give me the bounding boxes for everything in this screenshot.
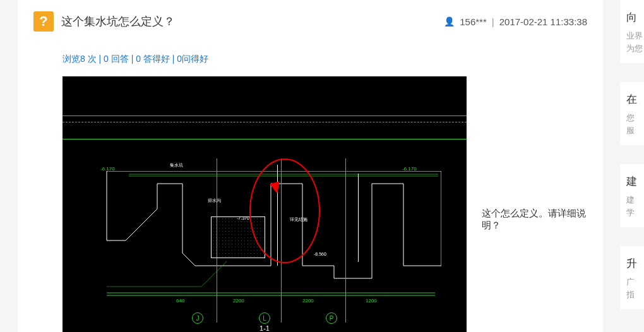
elev-label: -6.170 [402,166,417,172]
question-content: -6.170 -6.170 集水坑 排水沟 详见结施 -7.370 -8.560… [33,76,587,332]
section-label: 1-1 [257,324,272,332]
question-header: ? 这个集水坑怎么定义？ 👤 156*** | 2017-02-21 11:33… [33,11,587,32]
sidebar-card-title: 在 [626,92,638,107]
cad-drawing[interactable]: -6.170 -6.170 集水坑 排水沟 详见结施 -7.370 -8.560… [63,76,467,332]
sidebar-card-title: 建 [626,174,638,189]
grid-label-l: L [259,312,270,324]
elev-label: -6.170 [100,166,115,172]
sidebar-card-desc: 学 [626,206,638,219]
cad-text: 详见结施 [290,216,307,223]
grid-labels: J L P [63,312,467,324]
cad-text: -7.370 [237,216,249,220]
sidebar: 向 业界 为您 在 您 服 建 建 学 升 广 指 [620,0,644,328]
sidebar-card[interactable]: 建 建 学 [620,164,644,227]
grid-line [345,158,346,323]
cad-text: -8.560 [314,252,326,256]
sidebar-card-desc: 为您 [626,42,638,55]
question-mark-icon: ? [33,11,54,32]
dim-label: 1200 [366,298,377,304]
cad-slab-line [63,116,467,139]
dim-label: 640 [176,298,184,304]
question-card: ? 这个集水坑怎么定义？ 👤 156*** | 2017-02-21 11:33… [18,0,603,332]
question-stats[interactable]: 浏览8 次 | 0 回答 | 0 答得好 | 0问得好 [33,54,587,65]
svg-line-3 [201,261,227,287]
sidebar-card-desc: 广 [626,276,638,288]
sidebar-card-title: 向 [626,10,638,25]
question-title: 这个集水坑怎么定义？ [61,14,175,29]
user-icon: 👤 [444,16,455,27]
sidebar-card[interactable]: 升 广 指 [620,246,644,309]
header-left: ? 这个集水坑怎么定义？ [33,11,175,32]
white-line [358,174,359,262]
grid-label-p: P [326,312,337,324]
sidebar-card[interactable]: 向 业界 为您 [620,0,644,63]
sidebar-card-desc: 您 [626,112,638,124]
sidebar-card-title: 升 [626,256,638,271]
sidebar-card-desc: 建 [626,194,638,206]
sidebar-card-desc: 指 [626,288,638,301]
question-body-text: 这个怎么定义。请详细说明？ [482,208,587,232]
cad-text: 集水坑 [170,162,183,169]
dim-label: 2200 [233,298,244,304]
sidebar-card-desc: 业界 [626,30,638,42]
grid-label-j: J [192,312,203,324]
user-label: 156*** [460,16,487,27]
cad-text: 排水沟 [208,198,221,204]
divider: | [492,16,494,27]
timestamp: 2017-02-21 11:33:38 [499,16,587,27]
dim-label: 2200 [302,298,314,304]
header-right: 👤 156*** | 2017-02-21 11:33:38 [444,16,587,27]
sidebar-card-desc: 服 [626,124,638,137]
cad-centerline [63,122,467,122]
sidebar-card[interactable]: 在 您 服 [620,82,644,145]
annotation-circle [249,158,320,263]
